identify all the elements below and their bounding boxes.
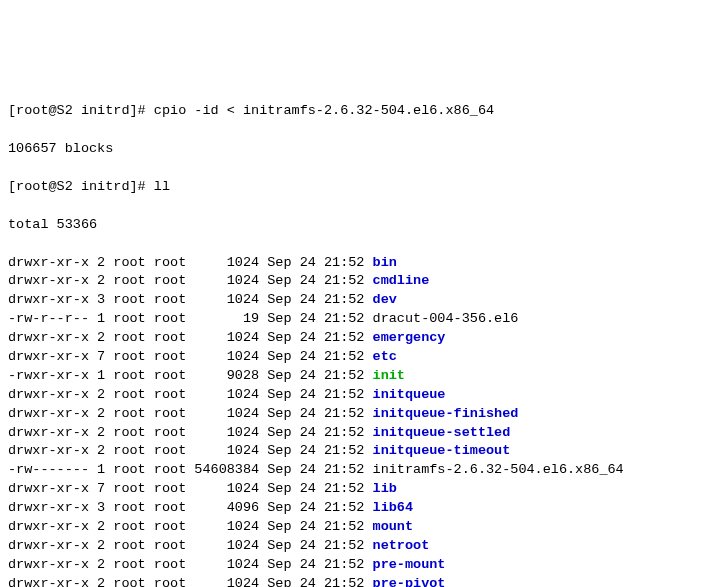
listing-meta: drwxr-xr-x 3 root root 1024 Sep 24 21:52 (8, 292, 373, 307)
listing-row: drwxr-xr-x 2 root root 1024 Sep 24 21:52… (8, 254, 706, 273)
listing-row: drwxr-xr-x 3 root root 1024 Sep 24 21:52… (8, 291, 706, 310)
listing-meta: drwxr-xr-x 2 root root 1024 Sep 24 21:52 (8, 576, 373, 587)
output-blocks: 106657 blocks (8, 140, 706, 159)
listing-meta: drwxr-xr-x 2 root root 1024 Sep 24 21:52 (8, 557, 373, 572)
listing-name: initqueue-settled (373, 425, 511, 440)
listing-meta: drwxr-xr-x 7 root root 1024 Sep 24 21:52 (8, 349, 373, 364)
listing-meta: -rwxr-xr-x 1 root root 9028 Sep 24 21:52 (8, 368, 373, 383)
listing-row: drwxr-xr-x 7 root root 1024 Sep 24 21:52… (8, 348, 706, 367)
listing-meta: drwxr-xr-x 2 root root 1024 Sep 24 21:52 (8, 330, 373, 345)
listing-row: drwxr-xr-x 2 root root 1024 Sep 24 21:52… (8, 272, 706, 291)
listing-row: drwxr-xr-x 2 root root 1024 Sep 24 21:52… (8, 556, 706, 575)
listing-row: drwxr-xr-x 2 root root 1024 Sep 24 21:52… (8, 518, 706, 537)
listing-meta: drwxr-xr-x 2 root root 1024 Sep 24 21:52 (8, 538, 373, 553)
listing-name: initqueue-timeout (373, 443, 511, 458)
listing-name: etc (373, 349, 397, 364)
file-listing: drwxr-xr-x 2 root root 1024 Sep 24 21:52… (8, 254, 706, 587)
listing-row: drwxr-xr-x 2 root root 1024 Sep 24 21:52… (8, 442, 706, 461)
prompt-line-2: [root@S2 initrd]# ll (8, 178, 706, 197)
listing-row: -rw------- 1 root root 54608384 Sep 24 2… (8, 461, 706, 480)
listing-meta: drwxr-xr-x 2 root root 1024 Sep 24 21:52 (8, 519, 373, 534)
listing-row: drwxr-xr-x 2 root root 1024 Sep 24 21:52… (8, 575, 706, 587)
listing-row: drwxr-xr-x 2 root root 1024 Sep 24 21:52… (8, 405, 706, 424)
listing-name: initqueue-finished (373, 406, 519, 421)
terminal-output: [root@S2 initrd]# cpio -id < initramfs-2… (8, 84, 706, 587)
listing-name: init (373, 368, 405, 383)
listing-name: mount (373, 519, 414, 534)
listing-meta: drwxr-xr-x 2 root root 1024 Sep 24 21:52 (8, 387, 373, 402)
listing-row: drwxr-xr-x 2 root root 1024 Sep 24 21:52… (8, 537, 706, 556)
listing-row: -rwxr-xr-x 1 root root 9028 Sep 24 21:52… (8, 367, 706, 386)
listing-row: drwxr-xr-x 2 root root 1024 Sep 24 21:52… (8, 386, 706, 405)
listing-row: -rw-r--r-- 1 root root 19 Sep 24 21:52 d… (8, 310, 706, 329)
listing-meta: drwxr-xr-x 7 root root 1024 Sep 24 21:52 (8, 481, 373, 496)
listing-name: lib (373, 481, 397, 496)
listing-name: pre-pivot (373, 576, 446, 587)
command-text: cpio -id < initramfs-2.6.32-504.el6.x86_… (154, 103, 494, 118)
listing-name: bin (373, 255, 397, 270)
listing-row: drwxr-xr-x 7 root root 1024 Sep 24 21:52… (8, 480, 706, 499)
listing-name: dracut-004-356.el6 (373, 311, 519, 326)
listing-row: drwxr-xr-x 3 root root 4096 Sep 24 21:52… (8, 499, 706, 518)
listing-meta: -rw-r--r-- 1 root root 19 Sep 24 21:52 (8, 311, 373, 326)
total-line: total 53366 (8, 216, 706, 235)
listing-name: initqueue (373, 387, 446, 402)
listing-meta: drwxr-xr-x 2 root root 1024 Sep 24 21:52 (8, 255, 373, 270)
listing-name: pre-mount (373, 557, 446, 572)
listing-name: cmdline (373, 273, 430, 288)
listing-meta: drwxr-xr-x 2 root root 1024 Sep 24 21:52 (8, 406, 373, 421)
listing-meta: drwxr-xr-x 3 root root 4096 Sep 24 21:52 (8, 500, 373, 515)
listing-name: emergency (373, 330, 446, 345)
prompt-line-1: [root@S2 initrd]# cpio -id < initramfs-2… (8, 102, 706, 121)
listing-meta: -rw------- 1 root root 54608384 Sep 24 2… (8, 462, 373, 477)
listing-name: netroot (373, 538, 430, 553)
listing-meta: drwxr-xr-x 2 root root 1024 Sep 24 21:52 (8, 273, 373, 288)
listing-meta: drwxr-xr-x 2 root root 1024 Sep 24 21:52 (8, 425, 373, 440)
listing-name: lib64 (373, 500, 414, 515)
listing-meta: drwxr-xr-x 2 root root 1024 Sep 24 21:52 (8, 443, 373, 458)
prompt-text: [root@S2 initrd]# (8, 179, 154, 194)
prompt-text: [root@S2 initrd]# (8, 103, 154, 118)
listing-row: drwxr-xr-x 2 root root 1024 Sep 24 21:52… (8, 329, 706, 348)
listing-name: initramfs-2.6.32-504.el6.x86_64 (373, 462, 624, 477)
listing-row: drwxr-xr-x 2 root root 1024 Sep 24 21:52… (8, 424, 706, 443)
listing-name: dev (373, 292, 397, 307)
command-text: ll (154, 179, 170, 194)
